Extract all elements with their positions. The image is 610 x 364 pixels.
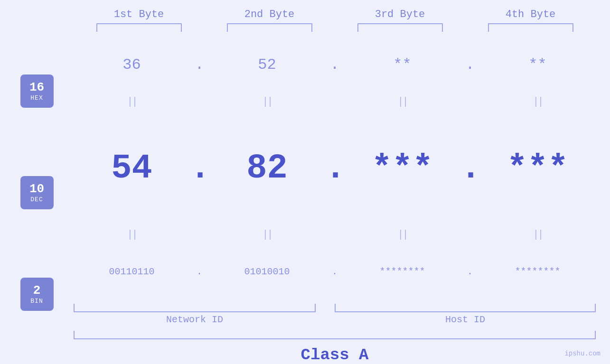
top-bracket-2 (227, 23, 312, 32)
watermark: ipshu.com (564, 350, 601, 357)
byte2-header: 2nd Byte (204, 9, 335, 20)
top-brackets (74, 23, 596, 32)
main-container: 1st Byte 2nd Byte 3rd Byte 4th Byte 16 H… (0, 0, 610, 364)
top-bracket-3 (357, 23, 443, 32)
bracket-cell-1 (74, 23, 204, 32)
eq1-col3: || (344, 96, 460, 108)
dec-row: 54 . 82 . *** . *** (74, 110, 596, 227)
hex-dot2: . (325, 56, 344, 74)
host-bracket-container: Host ID (335, 304, 596, 325)
eq1-col2: || (209, 96, 325, 108)
equals-row-2: || || || || (74, 227, 596, 242)
badges-column: 16 HEX 10 DEC 2 BIN (0, 36, 74, 364)
dec-badge-label: DEC (30, 196, 43, 203)
full-bottom-bracket (74, 331, 596, 339)
network-id-label: Network ID (74, 314, 316, 325)
bin-badge-number: 2 (33, 284, 41, 298)
hex-badge-label: HEX (30, 94, 43, 102)
bin-val1: 00110110 (74, 266, 190, 277)
bin-row: 00110110 . 01010010 . ******** . (74, 242, 596, 301)
top-bracket-4 (488, 23, 573, 32)
host-id-label: Host ID (335, 314, 596, 325)
bracket-cell-4 (465, 23, 596, 32)
eq2-col4: || (479, 229, 596, 241)
eq1-col4: || (479, 96, 596, 108)
bin-val2: 01010010 (209, 266, 325, 277)
dec-badge-number: 10 (29, 182, 44, 196)
class-label-row: Class A (74, 346, 596, 364)
hex-val1: 36 (74, 56, 190, 74)
equals-row-1: || || || || (74, 94, 596, 110)
dec-val1: 54 (74, 149, 190, 188)
bin-val3: ******** (344, 266, 460, 277)
bracket-cell-3 (335, 23, 465, 32)
eq1-col1: || (74, 96, 190, 108)
eq2-col2: || (209, 229, 325, 241)
class-label: Class A (301, 346, 369, 364)
dec-val4: *** (479, 149, 596, 188)
hex-val3: ** (344, 56, 460, 74)
dec-val2: 82 (209, 149, 325, 188)
host-bracket (335, 304, 596, 312)
dec-dot1: . (190, 149, 209, 188)
network-bracket-container: Network ID (74, 304, 335, 325)
dec-dot2: . (325, 149, 344, 188)
eq2-col1: || (74, 229, 190, 241)
bracket-cell-2 (204, 23, 335, 32)
hex-badge-number: 16 (29, 81, 44, 94)
byte4-header: 4th Byte (465, 9, 596, 20)
byte-headers: 1st Byte 2nd Byte 3rd Byte 4th Byte (74, 9, 596, 20)
top-bracket-1 (96, 23, 182, 32)
hex-dot3: . (460, 56, 479, 74)
bin-dot3: . (460, 266, 479, 277)
dec-dot3: . (460, 149, 479, 188)
hex-badge: 16 HEX (20, 75, 54, 108)
bin-dot1: . (190, 266, 209, 277)
bin-badge-label: BIN (30, 298, 43, 305)
dec-val3: *** (344, 149, 460, 188)
hex-row: 36 . 52 . ** . ** (74, 36, 596, 94)
byte1-header: 1st Byte (74, 9, 204, 20)
network-bracket (74, 304, 316, 312)
eq2-col3: || (344, 229, 460, 241)
hex-val2: 52 (209, 56, 325, 74)
dec-badge: 10 DEC (20, 176, 54, 209)
bottom-brackets: Network ID Host ID (74, 304, 596, 325)
hex-val4: ** (479, 56, 596, 74)
hex-dot1: . (190, 56, 209, 74)
byte3-header: 3rd Byte (335, 9, 465, 20)
bin-badge: 2 BIN (20, 278, 54, 311)
bin-dot2: . (325, 266, 344, 277)
bin-val4: ******** (479, 266, 596, 277)
